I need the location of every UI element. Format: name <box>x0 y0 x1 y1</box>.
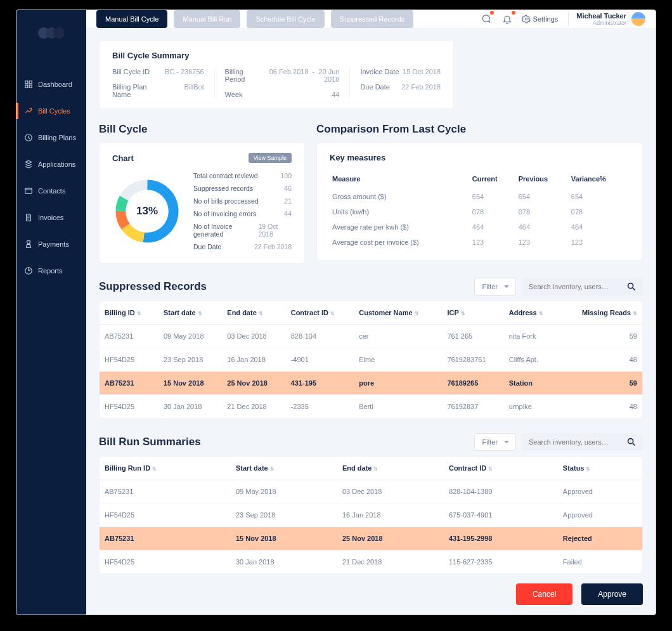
cell: 59 <box>560 325 642 348</box>
col-status[interactable]: Status⇅ <box>558 457 642 480</box>
topbar: Manual Bill CycleManual Bill RunSchedule… <box>86 10 656 29</box>
sidebar-item-payments[interactable]: Payments <box>16 231 86 257</box>
metric-value: 44 <box>284 210 292 218</box>
suppressed-search-input[interactable] <box>529 283 621 290</box>
key-measures-card: Key measures Measure Current Previous Va… <box>316 142 643 261</box>
sort-icon: ⇅ <box>330 311 335 316</box>
col-billing-run-id[interactable]: Billing Run ID⇅ <box>100 457 231 480</box>
value-invoice-date: 19 Oct 2018 <box>401 68 441 75</box>
cell: -4901 <box>286 348 354 372</box>
svg-point-7 <box>525 18 527 20</box>
chat-icon[interactable] <box>479 12 493 26</box>
cell: pore <box>354 372 442 395</box>
sidebar-icon <box>24 266 33 275</box>
tab-manual-bill-run[interactable]: Manual Bill Run <box>174 10 240 28</box>
billruns-search[interactable] <box>522 433 643 451</box>
cell: Cliffs Apt. <box>504 348 560 372</box>
metric-label: Total contract reviewd <box>193 172 258 179</box>
metric-label: Due Date <box>193 243 221 250</box>
sidebar-item-dashboard[interactable]: Dashboard <box>16 71 86 98</box>
sidebar-icon <box>24 80 33 89</box>
table-row[interactable]: HF54D2523 Sep 201816 Jan 2018675-037-490… <box>100 504 642 527</box>
col-missing-reads[interactable]: Missing Reads⇅ <box>560 301 642 325</box>
sidebar-item-reports[interactable]: Reports <box>16 257 86 284</box>
table-row[interactable]: AB7523109 May 201803 Dec 2018828-104-138… <box>100 480 642 504</box>
sidebar-item-bill-cycles[interactable]: Bill Cycles <box>16 98 86 124</box>
sidebar-icon <box>24 186 33 195</box>
measure-current: 123 <box>470 235 516 250</box>
user-menu[interactable]: Micheal Tucker Administrator <box>568 12 645 26</box>
col-contract-id[interactable]: Contract ID⇅ <box>286 301 354 325</box>
sidebar-item-applications[interactable]: Applications <box>16 151 86 178</box>
bell-icon[interactable] <box>500 12 514 26</box>
col-end-date[interactable]: End date⇅ <box>222 301 285 325</box>
sidebar-item-label: Invoices <box>38 214 63 221</box>
sort-icon: ⇅ <box>415 311 419 316</box>
col-previous: Previous <box>516 170 569 189</box>
label-invoice-date: Invoice Date <box>360 68 400 75</box>
settings-link[interactable]: Settings <box>522 15 559 23</box>
sidebar-icon <box>24 240 33 249</box>
table-row[interactable]: AB7523115 Nov 201825 Nov 2018431-195-299… <box>100 527 642 550</box>
sidebar-item-billing-plans[interactable]: Billing Plans <box>16 124 86 151</box>
table-row[interactable]: HF54D2530 Jan 201821 Dec 2018115-627-233… <box>100 550 642 574</box>
billruns-filter-button[interactable]: Filter <box>474 433 516 451</box>
cell: 76192837 <box>442 395 503 419</box>
cell: 25 Nov 2018 <box>222 372 285 395</box>
cancel-button[interactable]: Cancel <box>516 583 572 605</box>
cell: nita Fork <box>504 325 560 348</box>
donut-chart: 13% <box>112 176 182 246</box>
col-end-date[interactable]: End date⇅ <box>337 457 444 480</box>
table-row[interactable]: AB7523109 May 201803 Dec 2018828-104cer7… <box>100 325 642 348</box>
app-window: DashboardBill CyclesBilling PlansApplica… <box>16 10 656 615</box>
label-billing-period: Billing Period <box>225 68 265 83</box>
view-sample-button[interactable]: View Sample <box>249 153 292 163</box>
main-area: Manual Bill CycleManual Bill RunSchedule… <box>86 10 656 615</box>
col-start-date[interactable]: Start date⇅ <box>158 301 222 325</box>
brand-logo <box>16 20 86 46</box>
sidebar-item-invoices[interactable]: Invoices <box>16 204 86 231</box>
metric-label: No of invoicing errors <box>193 210 256 218</box>
metric-value: 100 <box>280 172 292 179</box>
tab-manual-bill-cycle[interactable]: Manual Bill Cycle <box>96 10 167 28</box>
col-start-date[interactable]: Start date⇅ <box>231 457 337 480</box>
cell: 431-195-2998 <box>444 527 558 550</box>
bell-badge <box>512 11 515 15</box>
billing-period-from: 06 Feb 2018 <box>269 68 309 75</box>
billruns-search-input[interactable] <box>529 438 621 446</box>
key-measure-row: Units (kw/h)078078078 <box>330 204 630 219</box>
tab-suppressed-records[interactable]: Suppressed Records <box>331 10 414 28</box>
suppressed-filter-button[interactable]: Filter <box>474 278 516 296</box>
value-week: 44 <box>265 91 340 98</box>
sort-icon: ⇅ <box>270 466 275 472</box>
chat-badge <box>490 11 494 15</box>
chart-metric-row: Due Date22 Feb 2018 <box>193 240 292 253</box>
approve-button[interactable]: Approve <box>581 583 643 605</box>
cell: Bertl <box>354 395 442 419</box>
cell: 828-104 <box>286 325 354 348</box>
col-customer-name[interactable]: Customer Name⇅ <box>354 301 442 325</box>
col-contract-id[interactable]: Contract ID⇅ <box>444 457 558 480</box>
key-measure-row: Average rate per kwh ($)464464464 <box>330 219 630 235</box>
label-due-date: Due Date <box>360 83 400 91</box>
user-role: Administrator <box>576 20 626 26</box>
table-row[interactable]: AB7523115 Nov 201825 Nov 2018431-195pore… <box>100 372 642 395</box>
search-icon <box>626 282 636 292</box>
table-row[interactable]: HF54D2523 Sep 201816 Jan 2018-4901Elme76… <box>100 348 642 372</box>
col-address[interactable]: Address⇅ <box>504 301 560 325</box>
billing-period-to: 20 Jun 2018 <box>318 68 339 83</box>
svg-point-14 <box>628 439 633 444</box>
tab-schedule-bill-cycle[interactable]: Schedule Bill Cycle <box>247 10 324 28</box>
svg-rect-3 <box>29 85 32 88</box>
sort-icon: ⇅ <box>137 311 141 316</box>
cell: Elme <box>354 348 442 372</box>
suppressed-search[interactable] <box>522 278 643 296</box>
value-bill-cycle-id: BC - 236756 <box>164 68 204 75</box>
svg-rect-5 <box>25 188 32 193</box>
col-billing-id[interactable]: Billing ID⇅ <box>100 301 158 325</box>
sidebar-item-label: Dashboard <box>38 81 72 88</box>
cell: 675-037-4901 <box>444 504 558 527</box>
col-icp[interactable]: ICP⇅ <box>442 301 503 325</box>
table-row[interactable]: HF54D2530 Jan 201821 Dec 2018-2335Bertl7… <box>100 395 642 419</box>
sidebar-item-contacts[interactable]: Contacts <box>16 178 86 204</box>
